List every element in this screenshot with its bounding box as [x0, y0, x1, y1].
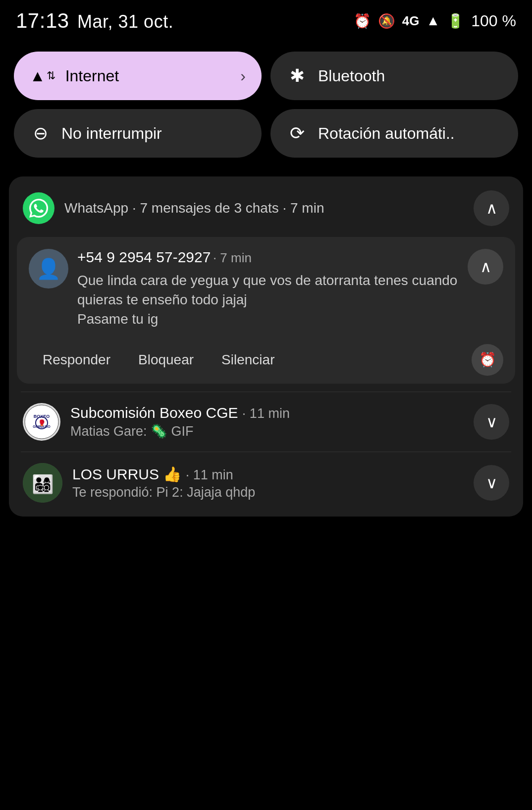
no-interrupt-icon: ⊖ — [30, 123, 52, 144]
bluetooth-icon: ✱ — [286, 65, 308, 86]
internet-tile-arrow: › — [240, 67, 246, 85]
notification-panel: WhatsApp · 7 mensajes de 3 chats · 7 min… — [9, 176, 523, 517]
message-body: Que linda cara de yegua y que vos de ato… — [77, 271, 459, 329]
status-time-date: 17:13 Mar, 31 oct. — [16, 9, 173, 33]
urrus-chat-preview: Te respondió: Pi 2: Jajaja qhdp — [72, 485, 464, 500]
reply-button[interactable]: Responder — [29, 346, 124, 374]
whatsapp-summary: WhatsApp · 7 mensajes de 3 chats · 7 min — [64, 200, 464, 216]
urrus-chat-row: 👨‍👩‍👧‍👦 LOS URRUS 👍 · 11 min Te respondi… — [9, 452, 523, 517]
whatsapp-message-1: 👤 +54 9 2954 57-2927 · 7 min Que linda c… — [17, 237, 515, 384]
rotation-icon: ⟳ — [286, 123, 308, 144]
boxeo-chat-preview: Matias Gare: 🦠 GIF — [70, 423, 464, 439]
svg-text:👨‍👩‍👧‍👦: 👨‍👩‍👧‍👦 — [32, 473, 54, 495]
urrus-chat-info: LOS URRUS 👍 · 11 min Te respondió: Pi 2:… — [72, 465, 464, 500]
rotation-tile-label: Rotación automáti.. — [318, 124, 502, 143]
network-4g: 4G — [402, 13, 420, 29]
boxeo-chat-row: BOXEO GIMNASIO 🥊 Subcomisión Boxeo CGE ·… — [9, 392, 523, 452]
alarm-icon: ⏰ — [354, 13, 371, 29]
boxeo-chat-name: Subcomisión Boxeo CGE · 11 min — [70, 405, 464, 421]
rotation-tile[interactable]: ⟳ Rotación automáti.. — [270, 109, 518, 158]
urrus-avatar: 👨‍👩‍👧‍👦 — [23, 463, 62, 503]
internet-tile-label: Internet — [65, 67, 231, 85]
internet-icon: ▲⇅ — [30, 67, 55, 85]
whatsapp-collapse-btn[interactable]: ∧ — [474, 190, 509, 226]
mute-icon: 🔕 — [378, 13, 395, 29]
sender-avatar: 👤 — [29, 249, 68, 289]
boxeo-expand-btn[interactable]: ∨ — [474, 404, 509, 440]
battery-icon: 🔋 — [447, 13, 464, 29]
bluetooth-tile[interactable]: ✱ Bluetooth — [270, 52, 518, 100]
boxeo-avatar: BOXEO GIMNASIO 🥊 — [23, 403, 60, 441]
battery-percent: 100 % — [471, 12, 516, 30]
signal-icon: ▲ — [426, 13, 440, 29]
status-icons: ⏰ 🔕 4G ▲ 🔋 100 % — [354, 12, 516, 30]
urrus-expand-btn[interactable]: ∨ — [474, 465, 509, 501]
no-interrupt-tile[interactable]: ⊖ No interrumpir — [14, 109, 262, 158]
urrus-chat-name: LOS URRUS 👍 · 11 min — [72, 465, 464, 483]
mute-button[interactable]: Silenciar — [208, 346, 288, 374]
internet-tile[interactable]: ▲⇅ Internet › — [14, 52, 262, 100]
bluetooth-tile-label: Bluetooth — [318, 67, 502, 85]
clock: 17:13 — [16, 9, 69, 32]
boxeo-chat-info: Subcomisión Boxeo CGE · 11 min Matias Ga… — [70, 405, 464, 439]
whatsapp-icon — [23, 192, 54, 224]
svg-text:🥊: 🥊 — [38, 419, 46, 426]
message-content: +54 9 2954 57-2927 · 7 min Que linda car… — [77, 249, 459, 329]
quick-tiles: ▲⇅ Internet › ✱ Bluetooth ⊖ No interrump… — [0, 38, 532, 168]
whatsapp-notif-header: WhatsApp · 7 mensajes de 3 chats · 7 min… — [9, 176, 523, 237]
message-time: · 7 min — [213, 250, 252, 265]
sender-name: +54 9 2954 57-2927 — [77, 249, 211, 265]
block-button[interactable]: Bloquear — [124, 346, 208, 374]
person-icon: 👤 — [36, 257, 61, 281]
message-actions: Responder Bloquear Silenciar ⏰ — [29, 339, 503, 376]
date: Mar, 31 oct. — [77, 11, 173, 32]
snooze-button[interactable]: ⏰ — [472, 344, 503, 376]
status-bar: 17:13 Mar, 31 oct. ⏰ 🔕 4G ▲ 🔋 100 % — [0, 0, 532, 38]
no-interrupt-tile-label: No interrumpir — [61, 124, 246, 143]
message-collapse-btn[interactable]: ∧ — [468, 249, 503, 285]
